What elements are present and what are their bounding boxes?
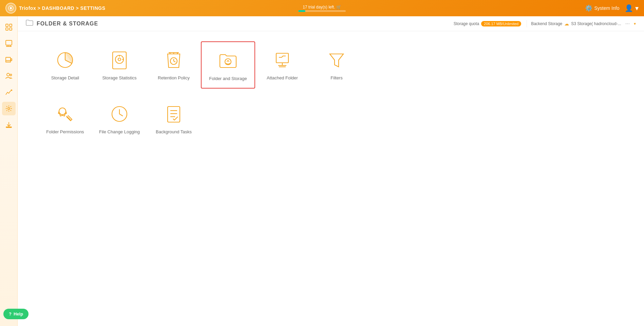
svg-rect-4 (10, 28, 12, 30)
folder-permissions-icon (53, 102, 77, 126)
grid-item-folder-and-storage[interactable]: Folder and Storage (201, 41, 255, 89)
quota-badge: 206.17 MB/Unlimited (481, 21, 521, 26)
nav-right: ⚙️ System Info 👤 ▾ (346, 4, 639, 12)
logo[interactable] (5, 3, 16, 14)
svg-point-28 (59, 108, 66, 115)
svg-point-10 (8, 108, 10, 110)
backend-more-button[interactable]: ··· (623, 20, 632, 27)
file-change-logging-icon (108, 102, 131, 126)
storage-detail-label: Storage Detail (51, 75, 79, 80)
help-button[interactable]: ? Help (3, 309, 29, 319)
filters-icon (325, 48, 348, 72)
grid-row-2: Folder Permissions File Change Logging (38, 95, 624, 141)
sidebar-item-reports[interactable] (2, 85, 16, 99)
svg-rect-24 (276, 53, 288, 63)
grid-item-background-tasks[interactable]: Background Tasks (147, 95, 201, 141)
svg-rect-1 (6, 24, 8, 26)
breadcrumb: Triofox > DASHBOARD > SETTINGS (19, 5, 106, 11)
svg-rect-7 (11, 59, 12, 61)
grid-item-storage-detail[interactable]: Storage Detail (38, 41, 92, 89)
storage-statistics-icon (108, 48, 131, 72)
grid-item-file-change-logging[interactable]: File Change Logging (92, 95, 147, 141)
help-icon: ? (9, 311, 12, 317)
svg-rect-6 (6, 57, 11, 61)
svg-point-9 (10, 74, 12, 76)
grid-row-1: Storage Detail Storage Statistics (38, 41, 624, 89)
sidebar-item-settings[interactable] (2, 102, 16, 115)
file-change-logging-label: File Change Logging (99, 129, 140, 134)
sidebar-item-download[interactable] (2, 118, 16, 132)
trial-bar-fill (298, 10, 305, 12)
folder-and-storage-icon (216, 49, 240, 73)
dropdown-arrow-icon: ▾ (634, 21, 636, 26)
page-title: FOLDER & STORAGE (37, 21, 450, 27)
svg-rect-5 (6, 40, 12, 45)
sidebar-item-analytics[interactable] (2, 37, 16, 50)
svg-point-15 (118, 58, 121, 61)
trial-info: 17 trial day(s) left. 🛒 (298, 5, 346, 12)
user-menu-button[interactable]: 👤 ▾ (625, 4, 639, 12)
folder-permissions-label: Folder Permissions (46, 129, 84, 134)
system-info-button[interactable]: ⚙️ System Info (585, 4, 620, 12)
attached-folder-label: Attached Folder (267, 75, 298, 80)
retention-policy-label: Retention Policy (158, 75, 190, 80)
svg-point-8 (7, 73, 10, 76)
sidebar-item-dashboard[interactable] (2, 20, 16, 34)
sidebar-item-devices[interactable] (2, 53, 16, 66)
top-navbar: Triofox > DASHBOARD > SETTINGS 17 trial … (0, 0, 644, 16)
attached-folder-icon (270, 48, 294, 72)
grid-item-attached-folder[interactable]: Attached Folder (255, 41, 309, 89)
sidebar-item-users[interactable] (2, 69, 16, 83)
storage-statistics-label: Storage Statistics (102, 75, 136, 80)
svg-rect-3 (6, 28, 8, 30)
grid-item-folder-permissions[interactable]: Folder Permissions (38, 95, 92, 141)
main-layout: FOLDER & STORAGE Storage quota 206.17 MB… (0, 16, 644, 326)
s3-icon: ☁ (564, 21, 569, 26)
svg-rect-11 (6, 127, 12, 128)
background-tasks-icon (162, 102, 186, 126)
retention-policy-icon (162, 48, 186, 72)
grid-area: Storage Detail Storage Statistics (18, 31, 644, 326)
trial-bar (298, 10, 346, 12)
grid-item-storage-statistics[interactable]: Storage Statistics (92, 41, 147, 89)
folder-header-icon (26, 20, 33, 27)
backend-storage: Backend Storage ☁ S3 Storage( hadronclou… (527, 20, 636, 27)
svg-rect-2 (10, 24, 12, 26)
grid-item-retention-policy[interactable]: Retention Policy (147, 41, 201, 89)
filters-label: Filters (330, 75, 342, 80)
background-tasks-label: Background Tasks (156, 129, 192, 134)
nav-left: Triofox > DASHBOARD > SETTINGS (5, 3, 298, 14)
grid-item-filters[interactable]: Filters (309, 41, 364, 89)
folder-and-storage-label: Folder and Storage (209, 76, 247, 81)
page-header: FOLDER & STORAGE Storage quota 206.17 MB… (18, 16, 644, 31)
content-area: FOLDER & STORAGE Storage quota 206.17 MB… (18, 16, 644, 326)
gear-icon: ⚙️ (585, 4, 592, 12)
storage-detail-icon (53, 48, 77, 72)
trial-text: 17 trial day(s) left. 🛒 (303, 5, 341, 9)
sidebar (0, 16, 18, 326)
storage-quota: Storage quota 206.17 MB/Unlimited (454, 21, 522, 26)
